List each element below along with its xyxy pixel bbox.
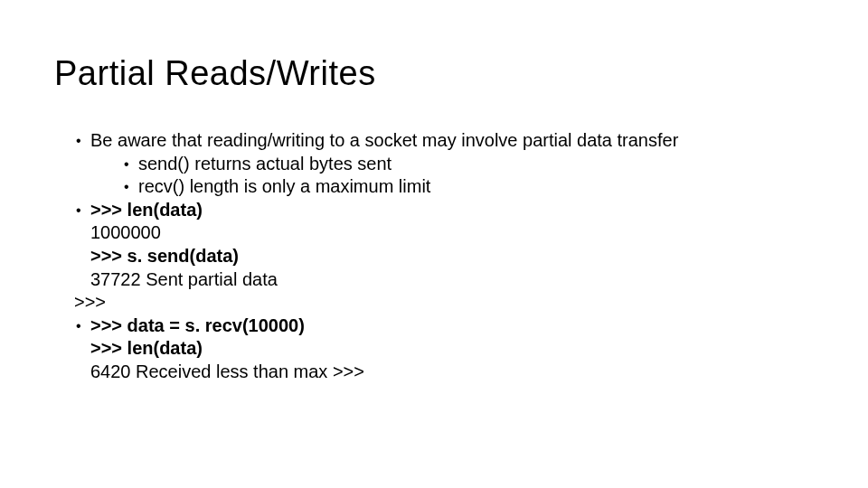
- bullet-item-3: • >>> data = s. recv(10000): [74, 314, 814, 338]
- bullet-dot-icon: •: [74, 314, 90, 338]
- code-line: >>> s. send(data): [90, 245, 814, 268]
- code-line: 1000000: [90, 221, 814, 245]
- bullet-item-2: • >>> len(data): [74, 199, 814, 222]
- bullet-item-1: • Be aware that reading/writing to a soc…: [74, 129, 814, 153]
- code-line: 37722 Sent partial data: [90, 268, 814, 292]
- code-line: 6420 Received less than max >>>: [90, 361, 814, 384]
- bullet-dot-icon: •: [74, 199, 90, 222]
- bullet-text: recv() length is only a maximum limit: [138, 175, 430, 199]
- bullet-item-1a: • send() returns actual bytes sent: [122, 153, 814, 176]
- bullet-text: >>> data = s. recv(10000): [90, 314, 305, 338]
- slide-title: Partial Reads/Writes: [54, 54, 814, 93]
- bullet-text: send() returns actual bytes sent: [138, 153, 392, 176]
- slide-body: • Be aware that reading/writing to a soc…: [54, 129, 814, 384]
- bullet-dot-icon: •: [122, 153, 138, 176]
- bullet-text: Be aware that reading/writing to a socke…: [90, 129, 678, 153]
- bullet-dot-icon: •: [122, 175, 138, 199]
- code-line: >>> len(data): [90, 337, 814, 361]
- bullet-item-1b: • recv() length is only a maximum limit: [122, 175, 814, 199]
- bullet-dot-icon: •: [74, 129, 90, 153]
- bullet-text: >>> len(data): [90, 199, 203, 222]
- code-line: >>>: [74, 291, 814, 314]
